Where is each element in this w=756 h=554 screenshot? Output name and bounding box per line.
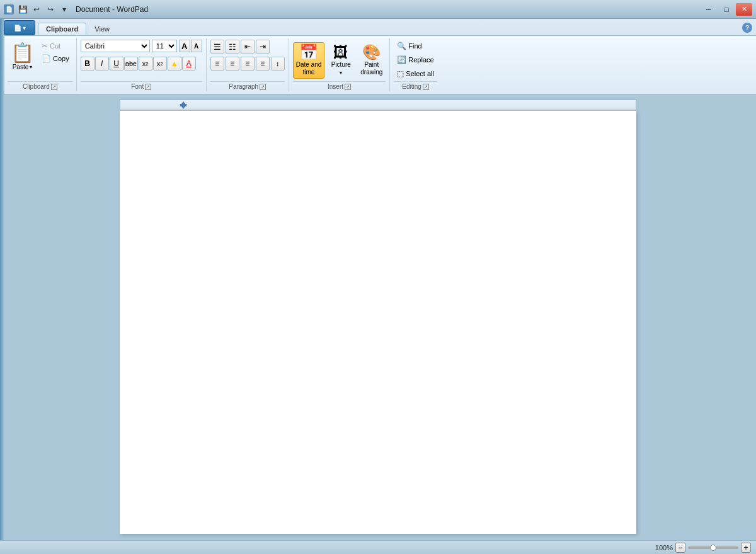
paragraph-group: ☰ ☷ ⇤ ⇥ ≡ ≡ ≡ ≡ ↕ Paragraph ↗ bbox=[207, 38, 289, 91]
replace-icon: 🔄 bbox=[397, 55, 406, 64]
align-center-button[interactable]: ≡ bbox=[226, 57, 239, 71]
replace-button[interactable]: 🔄 Replace bbox=[394, 54, 437, 66]
title-bar: 📄 💾 ↩ ↪ ▾ Document - WordPad ─ □ ✕ bbox=[0, 0, 756, 19]
font-size-buttons: A A bbox=[179, 40, 202, 52]
italic-button[interactable]: I bbox=[95, 57, 109, 71]
zoom-percent: 100% bbox=[655, 544, 673, 551]
zoom-control: 100% − + bbox=[655, 543, 751, 553]
paragraph-row2: ≡ ≡ ≡ ≡ ↕ bbox=[210, 57, 285, 71]
select-all-button[interactable]: ⬚ Select all bbox=[394, 67, 437, 80]
paragraph-label: Paragraph ↗ bbox=[210, 81, 285, 90]
editing-label: Editing ↗ bbox=[394, 81, 437, 90]
align-left-button[interactable]: ≡ bbox=[210, 57, 224, 71]
editing-group-content: 🔍 Find 🔄 Replace ⬚ Select all bbox=[394, 40, 437, 80]
paste-label: Paste bbox=[13, 64, 29, 71]
clipboard-group-content: 📋 Paste ▾ ✂ Cut 📄 Copy bbox=[8, 40, 72, 80]
font-label: Font ↗ bbox=[81, 81, 202, 90]
calendar-icon: 📅 bbox=[299, 45, 318, 60]
font-group: Calibri 11 A A B I U abc x2 x2 bbox=[77, 38, 207, 91]
help-icon[interactable]: ? bbox=[742, 23, 752, 33]
paste-button[interactable]: 📋 Paste ▾ bbox=[8, 40, 37, 72]
status-bar: 100% − + bbox=[0, 540, 756, 554]
main-area bbox=[0, 94, 756, 539]
tab-home[interactable]: Clipboard bbox=[38, 23, 86, 35]
zoom-slider[interactable] bbox=[688, 546, 738, 549]
document-area[interactable] bbox=[120, 111, 636, 534]
ribbon-container: 📄▾ ? Clipboard View 📋 Paste ▾ bbox=[0, 19, 756, 94]
find-button[interactable]: 🔍 Find bbox=[394, 40, 437, 52]
font-group-content: Calibri 11 A A B I U abc x2 x2 bbox=[81, 40, 202, 80]
scissors-icon: ✂ bbox=[42, 42, 48, 50]
close-button[interactable]: ✕ bbox=[736, 3, 752, 16]
paint-drawing-button[interactable]: 🎨 Paint drawing bbox=[357, 42, 386, 79]
editing-group: 🔍 Find 🔄 Replace ⬚ Select all Editing ↗ bbox=[390, 38, 441, 91]
editing-expand-icon[interactable]: ↗ bbox=[423, 84, 429, 90]
cut-button[interactable]: ✂ Cut bbox=[38, 40, 72, 52]
increase-indent-button[interactable]: ⇥ bbox=[256, 40, 270, 54]
paragraph-expand-icon[interactable]: ↗ bbox=[260, 84, 266, 90]
align-right-button[interactable]: ≡ bbox=[241, 57, 255, 71]
save-button[interactable]: 💾 bbox=[16, 3, 29, 16]
picture-icon: 🖼 bbox=[333, 45, 348, 60]
bullets-button[interactable]: ☰ bbox=[210, 40, 224, 54]
underline-button[interactable]: U bbox=[110, 57, 123, 71]
zoom-in-button[interactable]: + bbox=[741, 543, 751, 553]
paragraph-row1: ☰ ☷ ⇤ ⇥ bbox=[210, 40, 270, 54]
insert-label: Insert ↗ bbox=[293, 81, 386, 90]
font-shrink-button[interactable]: A bbox=[191, 40, 202, 52]
ribbon: 📋 Paste ▾ ✂ Cut 📄 Copy bbox=[0, 35, 756, 94]
font-expand-icon[interactable]: ↗ bbox=[145, 84, 151, 90]
minimize-button[interactable]: ─ bbox=[701, 3, 717, 16]
paste-dropdown-arrow[interactable]: ▾ bbox=[30, 64, 32, 70]
find-icon: 🔍 bbox=[397, 42, 406, 50]
font-grow-button[interactable]: A bbox=[179, 40, 190, 52]
maximize-button[interactable]: □ bbox=[718, 3, 735, 16]
ruler-svg bbox=[120, 100, 636, 110]
font-selector-row: Calibri 11 A A bbox=[81, 40, 202, 52]
picture-button[interactable]: 🖼 Picture ▾ bbox=[327, 42, 355, 78]
paint-icon: 🎨 bbox=[362, 45, 381, 60]
line-spacing-button[interactable]: ↕ bbox=[271, 57, 285, 71]
quick-access-toolbar: 💾 ↩ ↪ ▾ bbox=[16, 3, 71, 16]
font-size-select[interactable]: 11 bbox=[152, 40, 177, 52]
left-border-accent bbox=[0, 94, 4, 539]
format-buttons-row: B I U abc x2 x2 ▲ A bbox=[81, 57, 196, 71]
tab-bar: Clipboard View bbox=[0, 19, 756, 35]
copy-icon: 📄 bbox=[42, 54, 51, 63]
picture-dropdown-arrow[interactable]: ▾ bbox=[340, 70, 342, 76]
superscript-button[interactable]: x2 bbox=[153, 57, 167, 71]
editing-buttons: 🔍 Find 🔄 Replace ⬚ Select all bbox=[394, 40, 437, 80]
decrease-indent-button[interactable]: ⇤ bbox=[241, 40, 255, 54]
highlight-color-button[interactable]: ▲ bbox=[168, 57, 181, 71]
ruler bbox=[120, 99, 636, 111]
redo-button[interactable]: ↪ bbox=[44, 3, 57, 16]
justify-button[interactable]: ≡ bbox=[256, 57, 270, 71]
wordpad-menu-button[interactable]: 📄▾ bbox=[4, 20, 35, 35]
quick-access-dropdown[interactable]: ▾ bbox=[58, 3, 71, 16]
zoom-thumb[interactable] bbox=[710, 545, 716, 551]
clipboard-label: Clipboard ↗ bbox=[8, 81, 72, 90]
window-title: Document - WordPad bbox=[76, 5, 148, 14]
title-bar-left: 📄 💾 ↩ ↪ ▾ Document - WordPad bbox=[4, 3, 148, 16]
numbered-list-button[interactable]: ☷ bbox=[226, 40, 239, 54]
clipboard-group: 📋 Paste ▾ ✂ Cut 📄 Copy bbox=[4, 38, 77, 91]
subscript-button[interactable]: x2 bbox=[139, 57, 152, 71]
bold-button[interactable]: B bbox=[81, 57, 94, 71]
copy-button[interactable]: 📄 Copy bbox=[38, 52, 72, 65]
paste-icon: 📋 bbox=[11, 42, 34, 64]
date-time-button[interactable]: 📅 Date and time bbox=[293, 42, 325, 79]
undo-button[interactable]: ↩ bbox=[30, 3, 43, 16]
clipboard-actions: ✂ Cut 📄 Copy bbox=[38, 40, 72, 65]
select-all-icon: ⬚ bbox=[397, 69, 404, 78]
clipboard-expand-icon[interactable]: ↗ bbox=[51, 84, 57, 90]
insert-group: 📅 Date and time 🖼 Picture ▾ 🎨 Paint draw… bbox=[289, 38, 391, 91]
font-family-select[interactable]: Calibri bbox=[81, 40, 150, 52]
tab-view[interactable]: View bbox=[86, 23, 118, 35]
window-controls: ─ □ ✕ bbox=[701, 3, 752, 16]
strikethrough-button[interactable]: abc bbox=[124, 57, 138, 71]
insert-group-content: 📅 Date and time 🖼 Picture ▾ 🎨 Paint draw… bbox=[293, 40, 386, 80]
font-color-button[interactable]: A bbox=[182, 57, 196, 71]
insert-expand-icon[interactable]: ↗ bbox=[345, 84, 351, 90]
paragraph-group-content: ☰ ☷ ⇤ ⇥ ≡ ≡ ≡ ≡ ↕ bbox=[210, 40, 285, 80]
zoom-out-button[interactable]: − bbox=[675, 543, 685, 553]
